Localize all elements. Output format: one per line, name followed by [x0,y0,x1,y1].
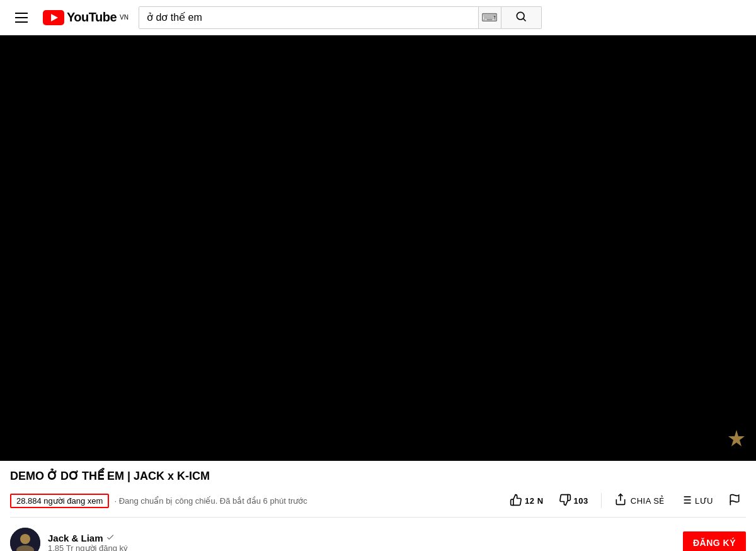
viewers-count: 28.884 người đang xem [16,496,103,506]
save-label: LƯU [695,496,713,506]
channel-left: J&L Jack & Liam 1,85 Tr người đăng ký [10,528,128,551]
divider-1 [601,493,602,508]
channel-name-row: Jack & Liam [48,533,128,543]
dislike-count: 103 [574,496,588,506]
header-left: YouTubeVN [10,8,129,28]
share-label: CHIA SẺ [631,496,665,506]
channel-row: J&L Jack & Liam 1,85 Tr người đăng ký ĐĂ… [0,518,756,551]
menu-button[interactable] [10,8,33,28]
subscribe-button[interactable]: ĐĂNG KÝ [683,531,746,551]
flag-button[interactable] [723,490,746,512]
avatar-image: J&L [10,528,40,551]
channel-subscribers: 1,85 Tr người đăng ký [48,543,128,551]
youtube-logo[interactable]: YouTubeVN [43,10,129,25]
search-input[interactable] [139,7,478,28]
search-bar: ⌨ [139,6,501,29]
svg-marker-4 [728,430,745,446]
youtube-icon [43,10,64,25]
svg-point-2 [517,12,525,20]
country-code: VN [120,14,129,21]
youtube-wordmark: YouTube [67,10,117,25]
thumb-up-icon [510,494,522,508]
channel-info: Jack & Liam 1,85 Tr người đăng ký [48,533,128,551]
channel-name-text[interactable]: Jack & Liam [48,533,103,543]
preparing-text: · Đang chuẩn bị công chiếu. Đã bắt đầu 6… [114,496,307,506]
search-icon [515,10,527,25]
thumb-down-icon [559,494,571,508]
video-stats: 28.884 người đang xem · Đang chuẩn bị cô… [10,494,307,508]
video-info: DEMO Ở DƠ THỂ EM | JACK x K-ICM 28.884 n… [0,461,756,518]
search-area: ⌨ [139,6,542,29]
save-icon [680,494,692,508]
header: YouTubeVN ⌨ [0,0,756,35]
share-icon [614,493,627,508]
video-player[interactable] [0,35,756,461]
svg-line-3 [524,19,526,21]
video-title: DEMO Ở DƠ THỂ EM | JACK x K-ICM [10,468,746,484]
dislike-button[interactable]: 103 [554,490,593,512]
like-button[interactable]: 12 N [505,490,548,512]
share-button[interactable]: CHIA SẺ [609,489,670,512]
like-count: 12 N [525,496,543,506]
search-button[interactable] [501,6,542,29]
video-watermark [727,429,746,451]
flag-icon [728,494,741,508]
channel-avatar[interactable]: J&L [10,528,40,551]
keyboard-button[interactable]: ⌨ [478,7,501,28]
viewers-box: 28.884 người đang xem [10,494,109,508]
action-buttons: 12 N 103 [505,489,746,512]
save-button[interactable]: LƯU [675,490,718,512]
video-meta-row: 28.884 người đang xem · Đang chuẩn bị cô… [10,489,746,518]
keyboard-icon: ⌨ [481,11,498,25]
svg-point-14 [20,534,30,544]
video-frame [0,35,756,461]
main-content: DEMO Ở DƠ THỂ EM | JACK x K-ICM 28.884 n… [0,35,756,551]
verified-icon [106,533,115,543]
